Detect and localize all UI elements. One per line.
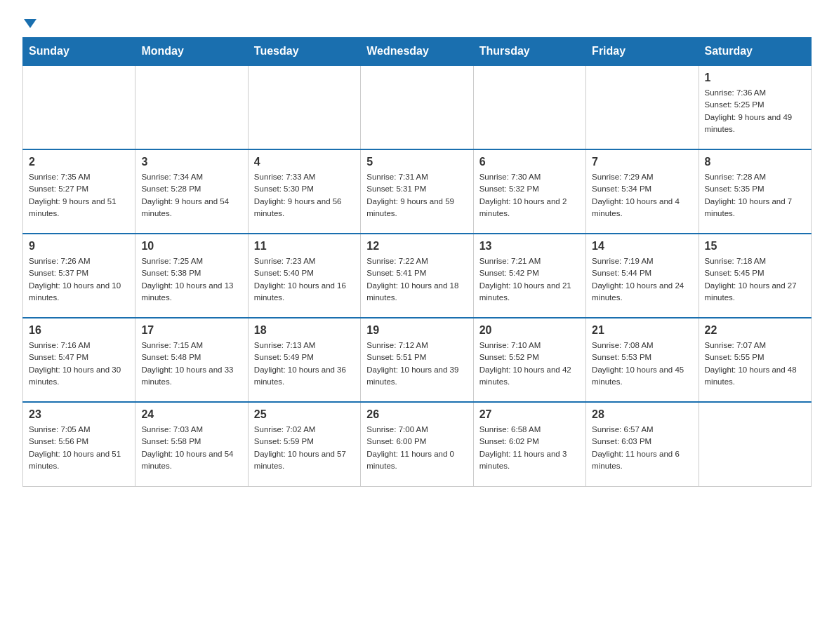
logo-triangle-icon (24, 19, 37, 28)
calendar-cell: 22Sunrise: 7:07 AM Sunset: 5:55 PM Dayli… (699, 318, 811, 402)
calendar-cell: 21Sunrise: 7:08 AM Sunset: 5:53 PM Dayli… (586, 318, 699, 402)
calendar-cell: 7Sunrise: 7:29 AM Sunset: 5:34 PM Daylig… (586, 149, 699, 234)
day-number: 19 (366, 324, 467, 337)
day-number: 16 (29, 324, 129, 337)
day-info: Sunrise: 7:25 AM Sunset: 5:38 PM Dayligh… (141, 255, 241, 304)
calendar-cell: 12Sunrise: 7:22 AM Sunset: 5:41 PM Dayli… (361, 234, 473, 318)
calendar-cell: 28Sunrise: 6:57 AM Sunset: 6:03 PM Dayli… (586, 402, 699, 486)
day-number: 15 (705, 240, 805, 253)
calendar-cell: 10Sunrise: 7:25 AM Sunset: 5:38 PM Dayli… (135, 234, 248, 318)
day-info: Sunrise: 7:28 AM Sunset: 5:35 PM Dayligh… (705, 171, 805, 220)
day-number: 8 (705, 156, 805, 168)
calendar-cell: 6Sunrise: 7:30 AM Sunset: 5:32 PM Daylig… (473, 149, 585, 234)
calendar-cell (23, 65, 135, 149)
day-number: 18 (254, 324, 355, 337)
calendar-cell: 3Sunrise: 7:34 AM Sunset: 5:28 PM Daylig… (135, 149, 248, 234)
page-header (22, 17, 812, 26)
day-number: 10 (141, 240, 241, 253)
day-number: 25 (254, 408, 355, 421)
day-info: Sunrise: 7:31 AM Sunset: 5:31 PM Dayligh… (366, 171, 467, 220)
day-info: Sunrise: 6:57 AM Sunset: 6:03 PM Dayligh… (592, 424, 692, 472)
column-header-monday: Monday (135, 38, 248, 66)
day-info: Sunrise: 7:34 AM Sunset: 5:28 PM Dayligh… (141, 171, 241, 220)
calendar-cell: 15Sunrise: 7:18 AM Sunset: 5:45 PM Dayli… (699, 234, 811, 318)
day-info: Sunrise: 7:19 AM Sunset: 5:44 PM Dayligh… (592, 255, 692, 304)
day-number: 11 (254, 240, 355, 253)
day-info: Sunrise: 7:02 AM Sunset: 5:59 PM Dayligh… (254, 424, 355, 472)
day-info: Sunrise: 7:15 AM Sunset: 5:48 PM Dayligh… (141, 340, 241, 388)
week-row-3: 9Sunrise: 7:26 AM Sunset: 5:37 PM Daylig… (23, 234, 812, 318)
column-header-sunday: Sunday (23, 38, 135, 66)
day-info: Sunrise: 7:18 AM Sunset: 5:45 PM Dayligh… (705, 255, 805, 304)
column-header-tuesday: Tuesday (248, 38, 360, 66)
day-number: 26 (366, 408, 467, 421)
calendar-cell: 8Sunrise: 7:28 AM Sunset: 5:35 PM Daylig… (699, 149, 811, 234)
calendar-cell: 4Sunrise: 7:33 AM Sunset: 5:30 PM Daylig… (248, 149, 360, 234)
day-info: Sunrise: 6:58 AM Sunset: 6:02 PM Dayligh… (479, 424, 580, 472)
column-header-friday: Friday (586, 38, 699, 66)
calendar-cell (361, 65, 473, 149)
calendar-cell (699, 402, 811, 486)
column-header-saturday: Saturday (699, 38, 811, 66)
calendar-cell: 1Sunrise: 7:36 AM Sunset: 5:25 PM Daylig… (699, 65, 811, 149)
calendar-cell: 19Sunrise: 7:12 AM Sunset: 5:51 PM Dayli… (361, 318, 473, 402)
week-row-5: 23Sunrise: 7:05 AM Sunset: 5:56 PM Dayli… (23, 402, 812, 486)
calendar-cell (473, 65, 585, 149)
calendar-cell (248, 65, 360, 149)
day-info: Sunrise: 7:36 AM Sunset: 5:25 PM Dayligh… (705, 87, 805, 135)
column-header-wednesday: Wednesday (361, 38, 473, 66)
calendar-cell: 18Sunrise: 7:13 AM Sunset: 5:49 PM Dayli… (248, 318, 360, 402)
day-number: 9 (29, 240, 129, 253)
calendar-cell: 5Sunrise: 7:31 AM Sunset: 5:31 PM Daylig… (361, 149, 473, 234)
day-info: Sunrise: 7:33 AM Sunset: 5:30 PM Dayligh… (254, 171, 355, 220)
calendar-cell: 20Sunrise: 7:10 AM Sunset: 5:52 PM Dayli… (473, 318, 585, 402)
column-header-thursday: Thursday (473, 38, 585, 66)
calendar-cell: 14Sunrise: 7:19 AM Sunset: 5:44 PM Dayli… (586, 234, 699, 318)
day-info: Sunrise: 7:26 AM Sunset: 5:37 PM Dayligh… (29, 255, 129, 304)
day-number: 7 (592, 156, 692, 168)
day-info: Sunrise: 7:07 AM Sunset: 5:55 PM Dayligh… (705, 340, 805, 388)
calendar-cell (135, 65, 248, 149)
calendar-cell: 25Sunrise: 7:02 AM Sunset: 5:59 PM Dayli… (248, 402, 360, 486)
day-info: Sunrise: 7:12 AM Sunset: 5:51 PM Dayligh… (366, 340, 467, 388)
day-number: 1 (705, 72, 805, 84)
day-number: 12 (366, 240, 467, 253)
day-info: Sunrise: 7:29 AM Sunset: 5:34 PM Dayligh… (592, 171, 692, 220)
calendar-cell: 9Sunrise: 7:26 AM Sunset: 5:37 PM Daylig… (23, 234, 135, 318)
day-info: Sunrise: 7:03 AM Sunset: 5:58 PM Dayligh… (141, 424, 241, 472)
calendar-cell: 24Sunrise: 7:03 AM Sunset: 5:58 PM Dayli… (135, 402, 248, 486)
day-number: 27 (479, 408, 580, 421)
day-info: Sunrise: 7:30 AM Sunset: 5:32 PM Dayligh… (479, 171, 580, 220)
calendar-header-row: SundayMondayTuesdayWednesdayThursdayFrid… (23, 38, 812, 66)
day-info: Sunrise: 7:22 AM Sunset: 5:41 PM Dayligh… (366, 255, 467, 304)
day-info: Sunrise: 7:10 AM Sunset: 5:52 PM Dayligh… (479, 340, 580, 388)
day-info: Sunrise: 7:08 AM Sunset: 5:53 PM Dayligh… (592, 340, 692, 388)
week-row-4: 16Sunrise: 7:16 AM Sunset: 5:47 PM Dayli… (23, 318, 812, 402)
week-row-1: 1Sunrise: 7:36 AM Sunset: 5:25 PM Daylig… (23, 65, 812, 149)
logo (22, 17, 37, 26)
calendar-cell: 16Sunrise: 7:16 AM Sunset: 5:47 PM Dayli… (23, 318, 135, 402)
calendar-cell: 26Sunrise: 7:00 AM Sunset: 6:00 PM Dayli… (361, 402, 473, 486)
calendar-cell: 23Sunrise: 7:05 AM Sunset: 5:56 PM Dayli… (23, 402, 135, 486)
day-number: 5 (366, 156, 467, 168)
week-row-2: 2Sunrise: 7:35 AM Sunset: 5:27 PM Daylig… (23, 149, 812, 234)
day-number: 14 (592, 240, 692, 253)
day-number: 28 (592, 408, 692, 421)
day-number: 23 (29, 408, 129, 421)
day-info: Sunrise: 7:35 AM Sunset: 5:27 PM Dayligh… (29, 171, 129, 220)
day-info: Sunrise: 7:16 AM Sunset: 5:47 PM Dayligh… (29, 340, 129, 388)
day-number: 17 (141, 324, 241, 337)
calendar-cell: 2Sunrise: 7:35 AM Sunset: 5:27 PM Daylig… (23, 149, 135, 234)
day-info: Sunrise: 7:05 AM Sunset: 5:56 PM Dayligh… (29, 424, 129, 472)
day-info: Sunrise: 7:21 AM Sunset: 5:42 PM Dayligh… (479, 255, 580, 304)
calendar-cell: 11Sunrise: 7:23 AM Sunset: 5:40 PM Dayli… (248, 234, 360, 318)
day-number: 2 (29, 156, 129, 168)
day-info: Sunrise: 7:13 AM Sunset: 5:49 PM Dayligh… (254, 340, 355, 388)
day-number: 6 (479, 156, 580, 168)
day-number: 20 (479, 324, 580, 337)
day-number: 24 (141, 408, 241, 421)
day-info: Sunrise: 7:00 AM Sunset: 6:00 PM Dayligh… (366, 424, 467, 472)
calendar-cell: 27Sunrise: 6:58 AM Sunset: 6:02 PM Dayli… (473, 402, 585, 486)
day-info: Sunrise: 7:23 AM Sunset: 5:40 PM Dayligh… (254, 255, 355, 304)
calendar-cell (586, 65, 699, 149)
